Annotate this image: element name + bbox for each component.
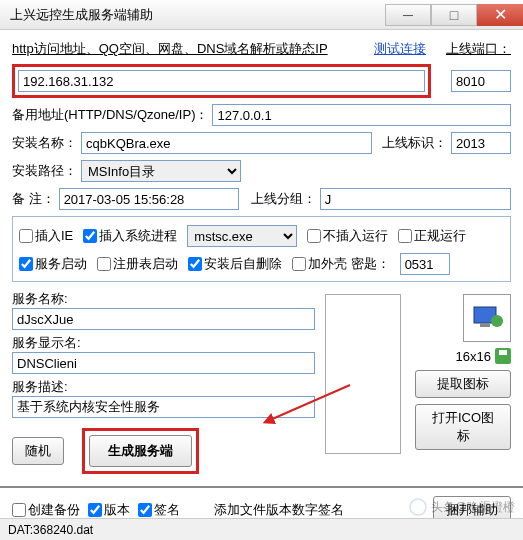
svg-point-2	[491, 315, 503, 327]
backup-label: 备用地址(HTTP/DNS/Qzone/IP)：	[12, 106, 208, 124]
sign-checkbox[interactable]: 签名	[138, 501, 180, 519]
service-desc-input[interactable]	[12, 396, 315, 418]
online-group-label: 上线分组：	[251, 190, 316, 208]
version-checkbox[interactable]: 版本	[88, 501, 130, 519]
close-button[interactable]: ✕	[477, 4, 523, 26]
online-id-input[interactable]	[451, 132, 511, 154]
minimize-button[interactable]: ─	[385, 4, 431, 26]
svc-start-checkbox[interactable]: 服务启动	[19, 255, 87, 273]
install-name-input[interactable]	[81, 132, 372, 154]
svg-point-6	[410, 499, 426, 515]
options-group: 插入IE 插入系统进程 mstsc.exe 不插入运行 正规运行 服务启动 注册…	[12, 216, 511, 282]
icon-size-label: 16x16	[456, 349, 491, 364]
port-label: 上线端口：	[446, 40, 511, 58]
titlebar: 上兴远控生成服务端辅助 ─ □ ✕	[0, 0, 523, 30]
create-backup-checkbox[interactable]: 创建备份	[12, 501, 80, 519]
backup-address-input[interactable]	[212, 104, 511, 126]
del-after-install-checkbox[interactable]: 安装后自删除	[188, 255, 282, 273]
reg-start-checkbox[interactable]: 注册表启动	[97, 255, 178, 273]
service-display-label: 服务显示名:	[12, 334, 315, 352]
remark-input[interactable]	[59, 188, 239, 210]
http-label: http访问地址、QQ空间、网盘、DNS域名解析或静态IP	[12, 40, 328, 58]
monitor-icon	[470, 301, 504, 335]
install-path-select[interactable]: MSInfo目录	[81, 160, 241, 182]
insert-ie-checkbox[interactable]: 插入IE	[19, 227, 73, 245]
main-address-input[interactable]	[18, 70, 425, 92]
normal-run-checkbox[interactable]: 正规运行	[398, 227, 466, 245]
proc-name-select[interactable]: mstsc.exe	[187, 225, 297, 247]
insert-proc-checkbox[interactable]: 插入系统进程	[83, 227, 177, 245]
icon-preview-large	[325, 294, 401, 454]
add-signature-label: 添加文件版本数字签名	[214, 501, 344, 519]
shell-key-input[interactable]	[400, 253, 450, 275]
svg-rect-1	[480, 323, 490, 327]
maximize-button[interactable]: □	[431, 4, 477, 26]
svg-rect-4	[499, 350, 507, 355]
service-name-input[interactable]	[12, 308, 315, 330]
install-path-label: 安装路径：	[12, 162, 77, 180]
generate-button[interactable]: 生成服务端	[89, 435, 192, 467]
remark-label: 备 注：	[12, 190, 55, 208]
save-icon[interactable]	[495, 348, 511, 364]
open-ico-button[interactable]: 打开ICO图标	[415, 404, 511, 450]
service-display-input[interactable]	[12, 352, 315, 374]
online-group-input[interactable]	[320, 188, 511, 210]
service-desc-label: 服务描述:	[12, 378, 315, 396]
watermark: 头条@晚渠橙橙	[409, 498, 515, 516]
icon-preview	[463, 294, 511, 342]
no-insert-run-checkbox[interactable]: 不插入运行	[307, 227, 388, 245]
random-button[interactable]: 随机	[12, 437, 64, 465]
status-text: DAT:368240.dat	[8, 523, 93, 537]
test-connection-link[interactable]: 测试连接	[374, 40, 426, 58]
install-name-label: 安装名称：	[12, 134, 77, 152]
online-id-label: 上线标识：	[382, 134, 447, 152]
statusbar: DAT:368240.dat	[0, 518, 523, 540]
port-input[interactable]	[451, 70, 511, 92]
window-title: 上兴远控生成服务端辅助	[10, 6, 153, 24]
service-name-label: 服务名称:	[12, 290, 315, 308]
shell-key-checkbox[interactable]: 加外壳 密匙：	[292, 255, 390, 273]
extract-icon-button[interactable]: 提取图标	[415, 370, 511, 398]
